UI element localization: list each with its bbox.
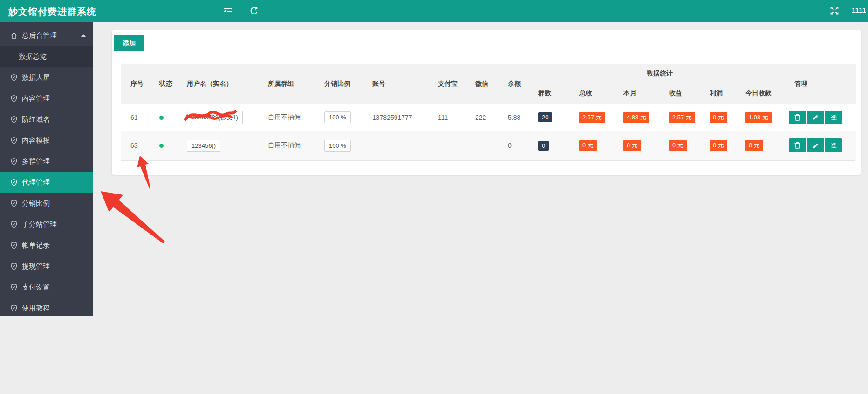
shield-check-icon — [10, 221, 18, 228]
month-income-badge: 4.88 元 — [623, 112, 649, 123]
ratio-field[interactable]: 100 % — [324, 140, 351, 152]
username-field[interactable]: 123456() — [187, 140, 220, 152]
delete-icon — [794, 142, 801, 149]
home-icon — [10, 32, 18, 39]
edit-button[interactable] — [807, 138, 824, 152]
delete-icon — [794, 114, 801, 121]
total-income-badge: 0 元 — [579, 140, 597, 151]
earnings-badge: 2.57 元 — [669, 112, 695, 123]
col-group-header-stats: 数据统计 — [534, 64, 785, 83]
delete-button[interactable] — [789, 111, 806, 124]
chevron-up-icon — [81, 34, 86, 37]
sidebar-item-payment-settings[interactable]: 支付设置 — [0, 276, 93, 297]
sidebar-item-withdrawal-mgmt[interactable]: 提现管理 — [0, 256, 93, 276]
shield-check-icon — [10, 304, 18, 312]
profit-badge: 0 元 — [710, 140, 727, 151]
menu-fold-icon[interactable] — [223, 7, 233, 16]
month-income-badge: 0 元 — [623, 140, 641, 151]
group-count-badge: 0 — [538, 141, 549, 151]
col-header-index: 序号 — [121, 64, 150, 104]
cell-group: 自用不抽佣 — [259, 104, 315, 131]
shield-check-icon — [10, 137, 18, 144]
col-header-group: 所属群组 — [259, 64, 315, 104]
shield-check-icon — [10, 242, 18, 249]
top-header-bar: 妙文馆付费进群系统 1111 — [0, 0, 868, 22]
edit-icon — [812, 114, 819, 121]
sidebar-item-agent-mgmt[interactable]: 代理管理 — [0, 172, 93, 193]
col-header-wechat: 微信 — [466, 64, 499, 104]
today-income-badge: 0 元 — [745, 140, 763, 151]
content-card: 添加 序号 状态 用户名（实名） 所属群组 分销比例 账号 支付宝 — [112, 30, 861, 175]
col-header-status: 状态 — [150, 64, 178, 104]
sidebar-item-distribution-ratio[interactable]: 分销比例 — [0, 193, 93, 214]
shield-check-icon — [10, 158, 18, 165]
shield-check-icon — [10, 95, 18, 102]
col-header-profit: 利润 — [706, 83, 742, 104]
col-header-manage: 管理 — [785, 64, 856, 104]
earnings-badge: 0 元 — [669, 140, 687, 151]
cell-account: 13782591777 — [363, 104, 429, 131]
sidebar-item-multi-group[interactable]: 多群管理 — [0, 151, 93, 172]
today-income-badge: 1.08 元 — [745, 112, 772, 123]
table-row: 63 123456() 自用不抽佣 100 % 0 0 0 元 0 元 0 元 … — [121, 131, 856, 160]
cell-index: 63 — [121, 131, 150, 160]
username-field[interactable]: 13858588(妙文1) — [187, 111, 243, 124]
cell-wechat — [466, 131, 499, 160]
cell-alipay: 111 — [429, 104, 466, 131]
total-income-badge: 2.57 元 — [579, 112, 605, 123]
col-header-group-count: 群数 — [534, 83, 575, 104]
delete-button[interactable] — [789, 138, 806, 152]
add-button[interactable]: 添加 — [114, 35, 144, 51]
sidebar-item-content-template[interactable]: 内容模板 — [0, 130, 93, 151]
col-header-this-month: 本月 — [620, 83, 665, 104]
sidebar-nav: 总后台管理 数据总览 数据大屏 内容管理 防红域名 内容模板 多群管理 代理管理… — [0, 22, 93, 316]
login-as-button[interactable]: 登 — [825, 111, 842, 124]
col-header-total-income: 总收 — [575, 83, 620, 104]
sidebar-item-main-admin[interactable]: 总后台管理 — [0, 25, 93, 46]
sidebar-item-data-overview[interactable]: 数据总览 — [0, 46, 93, 67]
cell-balance: 0 — [499, 131, 534, 160]
shield-check-icon — [10, 200, 18, 207]
col-header-alipay: 支付宝 — [429, 64, 466, 104]
cell-balance: 5.88 — [499, 104, 534, 131]
profit-badge: 0 元 — [710, 112, 727, 123]
sidebar-item-tutorial[interactable]: 使用教程 — [0, 297, 93, 318]
agent-table: 序号 状态 用户名（实名） 所属群组 分销比例 账号 支付宝 微信 余额 数据统… — [121, 64, 855, 161]
shield-check-icon — [10, 263, 18, 270]
shield-check-icon — [10, 116, 18, 123]
table-row: 61 13858588(妙文1) 自用不抽佣 100 % 13782591777… — [121, 104, 856, 131]
shield-check-icon — [10, 283, 18, 291]
red-arrow-to-menu — [101, 191, 165, 243]
app-title: 妙文馆付费进群系统 — [8, 6, 96, 18]
col-header-earnings: 收益 — [665, 83, 706, 104]
status-online-dot — [159, 116, 164, 120]
status-online-dot — [159, 144, 164, 148]
sidebar-item-substation-mgmt[interactable]: 子分站管理 — [0, 214, 93, 235]
col-header-account: 账号 — [363, 64, 429, 104]
col-header-balance: 余额 — [499, 64, 534, 104]
shield-check-icon — [10, 74, 18, 81]
refresh-icon[interactable] — [249, 7, 259, 16]
sidebar-item-content-mgmt[interactable]: 内容管理 — [0, 88, 93, 109]
login-as-button[interactable]: 登 — [825, 138, 842, 152]
group-count-badge: 20 — [538, 112, 552, 122]
logged-in-username[interactable]: 1111 — [852, 6, 866, 14]
cell-alipay — [429, 131, 466, 160]
cell-group: 自用不抽佣 — [259, 131, 315, 160]
edit-button[interactable] — [807, 111, 824, 124]
col-header-username: 用户名（实名） — [178, 64, 259, 104]
sidebar-item-data-screen[interactable]: 数据大屏 — [0, 67, 93, 88]
col-header-ratio: 分销比例 — [315, 64, 363, 104]
cell-index: 61 — [121, 104, 150, 131]
edit-icon — [812, 142, 819, 149]
shield-check-icon — [10, 179, 18, 186]
col-header-today-income: 今日收款 — [742, 83, 785, 104]
sidebar-item-bill-records[interactable]: 帐单记录 — [0, 235, 93, 256]
cell-account — [363, 131, 429, 160]
fullscreen-icon[interactable] — [829, 6, 840, 15]
sidebar-item-anti-red-domain[interactable]: 防红域名 — [0, 109, 93, 130]
cell-wechat: 222 — [466, 104, 499, 131]
ratio-field[interactable]: 100 % — [324, 111, 351, 123]
